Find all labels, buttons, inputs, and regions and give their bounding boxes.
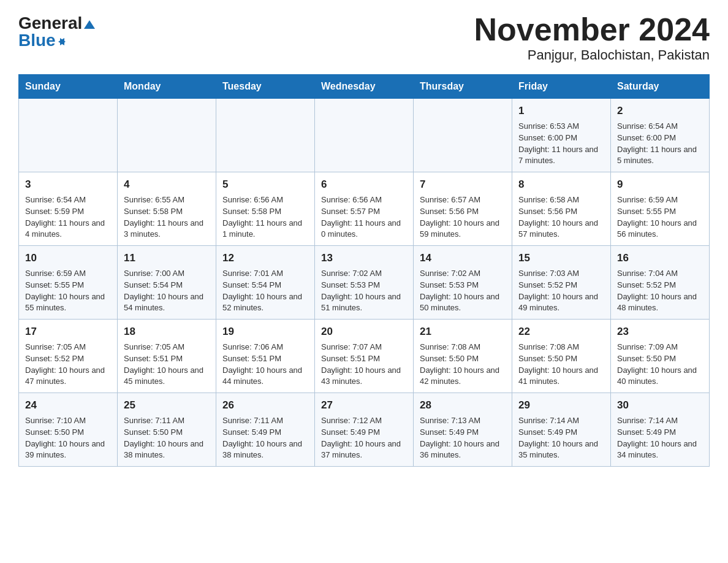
col-header-thursday: Thursday [414, 75, 512, 99]
day-number: 24 [25, 398, 111, 413]
day-number: 14 [420, 251, 506, 266]
day-number: 19 [222, 324, 308, 340]
day-detail: Sunset: 5:49 PM [222, 427, 308, 439]
col-header-wednesday: Wednesday [315, 75, 414, 99]
calendar-cell: 6Sunrise: 6:56 AMSunset: 5:57 PMDaylight… [315, 172, 414, 246]
calendar-cell: 29Sunrise: 7:14 AMSunset: 5:49 PMDayligh… [512, 393, 611, 467]
calendar-cell [414, 99, 512, 172]
day-number: 28 [420, 398, 506, 413]
day-detail: Daylight: 10 hours and 57 minutes. [518, 218, 604, 241]
logo: General Blue [18, 12, 95, 49]
col-header-monday: Monday [118, 75, 216, 99]
calendar-cell: 12Sunrise: 7:01 AMSunset: 5:54 PMDayligh… [216, 246, 315, 320]
day-detail: Daylight: 10 hours and 43 minutes. [321, 365, 407, 388]
day-detail: Sunset: 5:59 PM [25, 206, 111, 218]
day-detail: Sunrise: 7:06 AM [222, 342, 308, 353]
logo-arrow-icon [58, 32, 68, 49]
day-detail: Sunrise: 7:02 AM [420, 268, 506, 280]
day-detail: Daylight: 10 hours and 42 minutes. [420, 365, 506, 388]
calendar-cell: 18Sunrise: 7:05 AMSunset: 5:51 PMDayligh… [118, 320, 216, 393]
calendar-cell: 23Sunrise: 7:09 AMSunset: 5:50 PMDayligh… [611, 320, 710, 393]
day-number: 26 [222, 398, 308, 413]
day-detail: Sunset: 5:50 PM [124, 427, 210, 439]
day-number: 20 [321, 324, 407, 340]
title-block: November 2024 Panjgur, Balochistan, Paki… [474, 12, 710, 63]
day-number: 29 [518, 398, 604, 413]
day-detail: Daylight: 10 hours and 41 minutes. [518, 365, 604, 388]
day-detail: Sunrise: 7:00 AM [124, 268, 210, 280]
day-detail: Sunset: 5:53 PM [420, 280, 506, 291]
calendar-cell: 2Sunrise: 6:54 AMSunset: 6:00 PMDaylight… [611, 99, 710, 172]
calendar-cell: 15Sunrise: 7:03 AMSunset: 5:52 PMDayligh… [512, 246, 611, 320]
day-detail: Sunset: 5:52 PM [518, 280, 604, 291]
col-header-friday: Friday [512, 75, 611, 99]
day-number: 27 [321, 398, 407, 413]
calendar-cell: 21Sunrise: 7:08 AMSunset: 5:50 PMDayligh… [414, 320, 512, 393]
day-detail: Sunrise: 7:02 AM [321, 268, 407, 280]
day-detail: Daylight: 10 hours and 59 minutes. [420, 218, 506, 241]
day-detail: Sunset: 5:53 PM [321, 280, 407, 291]
day-detail: Sunrise: 6:56 AM [321, 194, 407, 206]
day-number: 2 [617, 104, 703, 119]
day-detail: Daylight: 11 hours and 5 minutes. [617, 144, 703, 167]
day-detail: Sunset: 5:50 PM [518, 353, 604, 365]
day-number: 9 [617, 177, 703, 193]
day-detail: Sunrise: 7:12 AM [321, 415, 407, 427]
day-number: 17 [25, 324, 111, 340]
day-detail: Sunset: 5:51 PM [321, 353, 407, 365]
day-detail: Sunrise: 7:14 AM [518, 415, 604, 427]
logo-blue-line: Blue [18, 32, 68, 49]
day-detail: Sunrise: 7:04 AM [617, 268, 703, 280]
calendar-cell: 27Sunrise: 7:12 AMSunset: 5:49 PMDayligh… [315, 393, 414, 467]
calendar-cell: 8Sunrise: 6:58 AMSunset: 5:56 PMDaylight… [512, 172, 611, 246]
calendar-cell: 20Sunrise: 7:07 AMSunset: 5:51 PMDayligh… [315, 320, 414, 393]
logo-chevron-icon [84, 15, 95, 32]
calendar-week-row: 3Sunrise: 6:54 AMSunset: 5:59 PMDaylight… [19, 172, 710, 246]
col-header-sunday: Sunday [19, 75, 118, 99]
day-number: 10 [25, 251, 111, 266]
day-detail: Daylight: 10 hours and 37 minutes. [321, 439, 407, 462]
calendar-cell: 19Sunrise: 7:06 AMSunset: 5:51 PMDayligh… [216, 320, 315, 393]
day-detail: Sunrise: 6:53 AM [518, 121, 604, 132]
day-detail: Sunrise: 6:59 AM [25, 268, 111, 280]
day-detail: Sunset: 5:55 PM [25, 280, 111, 291]
calendar-cell: 14Sunrise: 7:02 AMSunset: 5:53 PMDayligh… [414, 246, 512, 320]
day-detail: Daylight: 10 hours and 39 minutes. [25, 439, 111, 462]
day-number: 1 [518, 104, 604, 119]
day-detail: Sunset: 5:50 PM [420, 353, 506, 365]
calendar-cell: 13Sunrise: 7:02 AMSunset: 5:53 PMDayligh… [315, 246, 414, 320]
day-detail: Sunset: 5:49 PM [420, 427, 506, 439]
day-detail: Sunrise: 7:03 AM [518, 268, 604, 280]
day-detail: Sunrise: 7:08 AM [420, 342, 506, 353]
calendar-cell: 4Sunrise: 6:55 AMSunset: 5:58 PMDaylight… [118, 172, 216, 246]
day-detail: Daylight: 11 hours and 1 minute. [222, 218, 308, 241]
calendar-cell [19, 99, 118, 172]
day-number: 18 [124, 324, 210, 340]
day-detail: Daylight: 10 hours and 54 minutes. [124, 291, 210, 315]
day-detail: Sunrise: 6:57 AM [420, 194, 506, 206]
day-detail: Daylight: 10 hours and 38 minutes. [222, 439, 308, 462]
calendar-cell: 30Sunrise: 7:14 AMSunset: 5:49 PMDayligh… [611, 393, 710, 467]
day-detail: Sunrise: 6:56 AM [222, 194, 308, 206]
day-number: 6 [321, 177, 407, 193]
day-detail: Sunrise: 7:07 AM [321, 342, 407, 353]
day-detail: Sunrise: 7:05 AM [124, 342, 210, 353]
day-detail: Sunset: 5:50 PM [25, 427, 111, 439]
calendar-cell: 17Sunrise: 7:05 AMSunset: 5:52 PMDayligh… [19, 320, 118, 393]
day-detail: Sunrise: 7:13 AM [420, 415, 506, 427]
day-detail: Sunset: 5:52 PM [617, 280, 703, 291]
day-detail: Daylight: 10 hours and 45 minutes. [124, 365, 210, 388]
calendar-cell: 28Sunrise: 7:13 AMSunset: 5:49 PMDayligh… [414, 393, 512, 467]
day-detail: Sunset: 5:54 PM [124, 280, 210, 291]
day-number: 3 [25, 177, 111, 193]
calendar-cell: 24Sunrise: 7:10 AMSunset: 5:50 PMDayligh… [19, 393, 118, 467]
day-number: 5 [222, 177, 308, 193]
calendar-week-row: 10Sunrise: 6:59 AMSunset: 5:55 PMDayligh… [19, 246, 710, 320]
day-detail: Sunrise: 6:59 AM [617, 194, 703, 206]
day-detail: Sunset: 5:50 PM [617, 353, 703, 365]
day-detail: Sunrise: 7:10 AM [25, 415, 111, 427]
day-detail: Sunset: 5:52 PM [25, 353, 111, 365]
day-detail: Sunset: 5:51 PM [124, 353, 210, 365]
day-number: 23 [617, 324, 703, 340]
calendar-cell: 22Sunrise: 7:08 AMSunset: 5:50 PMDayligh… [512, 320, 611, 393]
